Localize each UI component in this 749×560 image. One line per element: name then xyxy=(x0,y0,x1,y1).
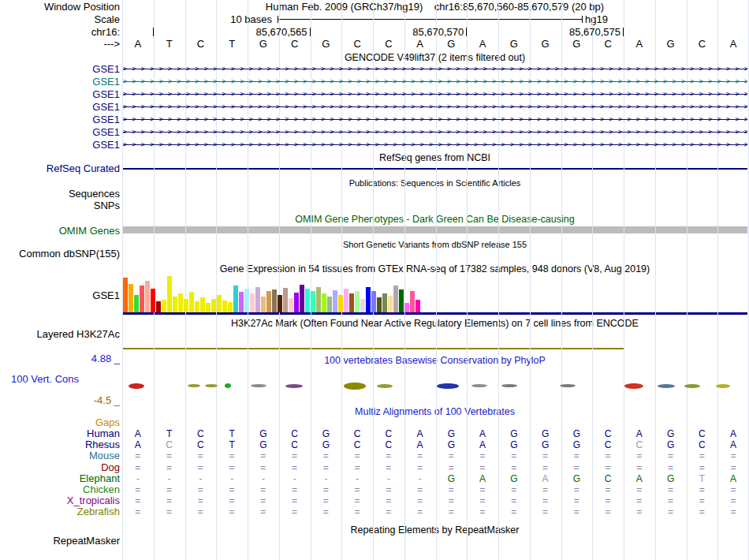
multiz-cell: = xyxy=(386,484,391,495)
gencode-item-label[interactable]: GSE1 xyxy=(0,127,120,138)
transcript-row[interactable]: >>>>>>>>>>>>>>>>>>>>>>>>>>>>>>>>>>>>>>>>… xyxy=(123,127,747,137)
multiz-cell: G xyxy=(448,428,455,439)
species-label-zebrafish[interactable]: Zebrafish xyxy=(0,506,120,517)
gtex-bar[interactable] xyxy=(399,289,404,312)
species-label-elephant[interactable]: Elephant xyxy=(0,473,120,484)
gtex-bar[interactable] xyxy=(338,295,343,312)
base-letter: T xyxy=(229,39,235,50)
transcript-row[interactable]: >>>>>>>>>>>>>>>>>>>>>>>>>>>>>>>>>>>>>>>>… xyxy=(123,140,747,150)
gtex-bar[interactable] xyxy=(195,301,199,312)
gtex-bar[interactable] xyxy=(278,295,282,312)
gencode-item-label[interactable]: GSE1 xyxy=(0,140,120,151)
gtex-bar[interactable] xyxy=(173,297,177,312)
gtex-bar[interactable] xyxy=(344,289,348,312)
gtex-bar[interactable] xyxy=(211,299,216,312)
gtex-bar[interactable] xyxy=(244,289,249,312)
transcript-row[interactable]: >>>>>>>>>>>>>>>>>>>>>>>>>>>>>>>>>>>>>>>>… xyxy=(123,114,747,125)
gtex-bar[interactable] xyxy=(272,289,277,312)
gtex-bar[interactable] xyxy=(189,292,194,312)
transcript-row[interactable]: >>>>>>>>>>>>>>>>>>>>>>>>>>>>>>>>>>>>>>>>… xyxy=(123,102,747,112)
gtex-bar[interactable] xyxy=(316,287,321,312)
gtex-bar[interactable] xyxy=(156,301,161,312)
gencode-item-label[interactable]: GSE1 xyxy=(0,64,120,75)
gtex-bar[interactable] xyxy=(349,293,354,312)
sequences-label[interactable]: Sequences xyxy=(0,189,120,200)
gtex-bar[interactable] xyxy=(371,291,376,312)
multiz-cell: = xyxy=(699,495,705,506)
gtex-bar[interactable] xyxy=(239,292,244,312)
species-label-rhesus[interactable]: Rhesus xyxy=(0,439,120,450)
gtex-bar[interactable] xyxy=(415,300,420,312)
gtex-bar[interactable] xyxy=(140,286,144,312)
gtex-bar[interactable] xyxy=(410,291,415,312)
gtex-bar[interactable] xyxy=(377,297,382,312)
multiz-cell: G xyxy=(667,473,674,484)
gtex-bar[interactable] xyxy=(366,287,371,312)
gtex-bar[interactable] xyxy=(162,300,166,312)
layered-h3k27ac-label[interactable]: Layered H3K27Ac xyxy=(0,329,120,340)
species-label-dog[interactable]: Dog xyxy=(0,462,120,473)
vert-cons-label[interactable]: 100 Vert. Cons xyxy=(0,373,79,385)
species-label-x_tropicalis[interactable]: X_tropicalis xyxy=(0,495,120,506)
multiz-cell: = xyxy=(606,484,611,495)
gtex-bar[interactable] xyxy=(134,295,139,312)
gtex-bar[interactable] xyxy=(222,301,227,312)
gencode-item-label[interactable]: GSE1 xyxy=(0,89,120,100)
gtex-bar[interactable] xyxy=(129,284,133,312)
gtex-bar[interactable] xyxy=(167,276,172,312)
gencode-item-label[interactable]: GSE1 xyxy=(0,77,120,88)
gtex-bar[interactable] xyxy=(300,285,304,312)
gtex-bar[interactable] xyxy=(333,290,337,312)
multiz-cell: G xyxy=(510,439,517,450)
multiz-cell: - xyxy=(230,473,233,484)
gtex-bar[interactable] xyxy=(145,281,150,312)
species-label-chicken[interactable]: Chicken xyxy=(0,484,120,495)
gtex-bar[interactable] xyxy=(200,297,205,312)
gtex-bar[interactable] xyxy=(393,286,398,312)
gtex-bar[interactable] xyxy=(233,286,238,312)
gtex-bar[interactable] xyxy=(261,297,266,312)
gtex-bar[interactable] xyxy=(151,289,155,312)
gtex-bar[interactable] xyxy=(382,293,387,312)
gtex-bar[interactable] xyxy=(311,291,315,312)
gtex-item-label[interactable]: GSE1 xyxy=(0,290,120,301)
gtex-bar[interactable] xyxy=(184,299,188,312)
gtex-bar[interactable] xyxy=(289,298,293,312)
multiz-cell: G xyxy=(510,428,517,439)
omim-genes-label[interactable]: OMIM Genes xyxy=(0,226,120,237)
transcript-row[interactable]: >>>>>>>>>>>>>>>>>>>>>>>>>>>>>>>>>>>>>>>>… xyxy=(123,64,747,74)
multiz-cell: = xyxy=(323,450,329,461)
snps-label[interactable]: SNPs xyxy=(0,200,120,211)
transcript-row[interactable]: >>>>>>>>>>>>>>>>>>>>>>>>>>>>>>>>>>>>>>>>… xyxy=(123,89,747,99)
gtex-bar[interactable] xyxy=(322,293,326,312)
gtex-bar[interactable] xyxy=(327,297,332,312)
repeatmasker-label[interactable]: RepeatMasker xyxy=(0,536,120,547)
gtex-bar[interactable] xyxy=(283,288,288,312)
gtex-bar[interactable] xyxy=(266,291,271,312)
gtex-bar[interactable] xyxy=(217,295,222,312)
gencode-item-label[interactable]: GSE1 xyxy=(0,114,120,125)
multiz-cell: C xyxy=(386,439,393,450)
species-label-mouse[interactable]: Mouse xyxy=(0,450,120,461)
gtex-bar[interactable] xyxy=(250,293,255,312)
gtex-bar[interactable] xyxy=(228,302,233,312)
gtex-bar[interactable] xyxy=(206,303,211,312)
multiz-cell: A xyxy=(542,473,549,484)
gtex-bar[interactable] xyxy=(178,293,183,312)
transcript-row[interactable]: >>>>>>>>>>>>>>>>>>>>>>>>>>>>>>>>>>>>>>>>… xyxy=(123,77,747,87)
gtex-bar[interactable] xyxy=(305,289,310,312)
species-label-human[interactable]: Human xyxy=(0,428,120,439)
gaps-label[interactable]: Gaps xyxy=(0,417,120,428)
gtex-bar[interactable] xyxy=(255,287,260,312)
common-dbsnp-label[interactable]: Common dbSNP(155) xyxy=(0,248,120,259)
gtex-bar[interactable] xyxy=(294,293,299,312)
gencode-item-label[interactable]: GSE1 xyxy=(0,102,120,113)
gtex-bar[interactable] xyxy=(123,278,128,312)
base-letter: C xyxy=(699,39,706,50)
gtex-bar[interactable] xyxy=(355,291,360,312)
refseq-curated-label[interactable]: RefSeq Curated xyxy=(0,163,120,174)
gtex-bar[interactable] xyxy=(360,299,365,312)
multiz-cell: G xyxy=(667,428,674,439)
gtex-bar[interactable] xyxy=(388,296,393,312)
gtex-bar[interactable] xyxy=(404,303,409,312)
